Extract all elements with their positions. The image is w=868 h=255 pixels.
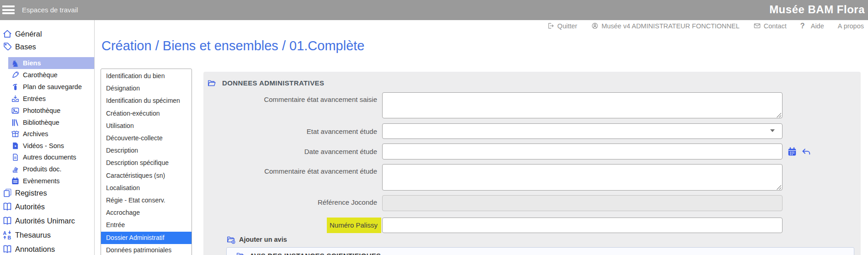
utility-link-a-propos[interactable]: A propos bbox=[838, 22, 864, 30]
sidebar-item-registres[interactable]: Registres bbox=[0, 187, 94, 199]
group-header-donnees-administratives[interactable]: DONNEES ADMINISTRATIVES bbox=[207, 79, 324, 87]
section-item-utilisation[interactable]: Utilisation bbox=[101, 120, 192, 132]
sidebar-item-plan-de-sauvegarde[interactable]: Plan de sauvegarde bbox=[0, 81, 94, 93]
commentaire-etat-avancement-saisie-textarea[interactable] bbox=[382, 92, 783, 118]
sidebar-item-entrees[interactable]: Entrées bbox=[0, 93, 94, 105]
person-icon bbox=[591, 22, 599, 30]
field-label: Référence Joconde bbox=[203, 198, 377, 206]
section-item-regie-etat-conserv[interactable]: Régie - Etat conserv. bbox=[101, 194, 192, 207]
sidebar-item-autres-documents[interactable]: Autres documents bbox=[0, 151, 94, 163]
field-label: Commentaire état avancement saisie bbox=[203, 96, 377, 103]
exit-icon bbox=[547, 22, 554, 30]
top-bar: Espaces de travail Musée BAM Flora bbox=[0, 0, 868, 20]
sidebar-item-annotations[interactable]: Annotations bbox=[0, 243, 94, 255]
calendar-picker-icon[interactable] bbox=[787, 147, 797, 157]
section-item-creation-execution[interactable]: Création-exécution bbox=[101, 107, 192, 120]
photo-icon bbox=[11, 106, 20, 115]
utility-link-aide[interactable]: ? Aide bbox=[800, 22, 824, 30]
group-title: DONNEES ADMINISTRATIVES bbox=[222, 79, 324, 87]
sidebar-item-phototheque[interactable]: Photothèque bbox=[0, 105, 94, 117]
section-item-decouverte-collecte[interactable]: Découverte-collecte bbox=[101, 132, 192, 144]
utility-link-contact[interactable]: Contact bbox=[753, 22, 787, 30]
avis-subpanel: AVIS DES INSTANCES SCIENTIFIQUES bbox=[226, 247, 854, 255]
folder-icon bbox=[207, 79, 216, 87]
core-sample-icon bbox=[11, 71, 20, 80]
folder-plus-icon bbox=[226, 235, 235, 244]
chevron-down-icon[interactable] bbox=[770, 129, 775, 132]
app-brand-title: Musée BAM Flora bbox=[769, 3, 865, 16]
field-label: Commentaire état avancement étude bbox=[203, 167, 377, 175]
reference-joconde-input bbox=[382, 195, 783, 211]
sidebar-item-produits-doc[interactable]: Produits doc. bbox=[0, 163, 94, 175]
section-item-caracteristiques-sn[interactable]: Caractéristiques (sn) bbox=[101, 170, 192, 182]
sort-ab-icon: AB bbox=[2, 230, 12, 240]
section-item-identification-du-bien[interactable]: Identification du bien bbox=[101, 70, 192, 82]
subgroup-title: AVIS DES INSTANCES SCIENTIFIQUES bbox=[250, 252, 381, 255]
sidebar-item-videos-sons[interactable]: Vidéos - Sons bbox=[0, 140, 94, 152]
add-avis-button[interactable]: Ajouter un avis bbox=[226, 235, 287, 244]
numero-palissy-highlighted-label: Numéro Palissy bbox=[327, 218, 381, 233]
commentaire-etat-avancement-etude-textarea[interactable] bbox=[382, 164, 783, 191]
section-item-description-specifique[interactable]: Description spécifique bbox=[101, 157, 192, 169]
open-book-icon bbox=[2, 202, 12, 212]
extinguisher-icon bbox=[11, 83, 20, 91]
date-avancement-etude-input[interactable] bbox=[382, 143, 783, 159]
home-icon bbox=[2, 29, 12, 39]
sidebar-item-evenements[interactable]: Evènements bbox=[0, 175, 94, 187]
section-item-identification-du-specimen[interactable]: Identification du spécimen bbox=[101, 95, 192, 107]
sidebar-item-bases[interactable]: Bases bbox=[0, 41, 94, 53]
application-window: Espaces de travail Musée BAM Flora Génér… bbox=[0, 0, 868, 255]
page-title: Création / Biens et ensembles / 01.Compl… bbox=[101, 38, 364, 53]
utility-link-musee-v4-administrateur-fonctionnel[interactable]: Musée v4 ADMINISTRATEUR FONCTIONNEL bbox=[591, 22, 740, 30]
sidebar-item-carotheque[interactable]: Carothèque bbox=[0, 69, 94, 81]
section-item-accrochage[interactable]: Accrochage bbox=[101, 207, 192, 219]
sidebar-item-bibliotheque[interactable]: Bibliothèque bbox=[0, 117, 94, 128]
paper-stack-icon bbox=[11, 165, 20, 174]
section-item-designation[interactable]: Désignation bbox=[101, 82, 192, 95]
inbox-icon bbox=[11, 95, 20, 103]
open-book-icon bbox=[2, 244, 12, 254]
section-item-localisation[interactable]: Localisation bbox=[101, 182, 192, 194]
svg-text:B: B bbox=[7, 235, 11, 240]
sidebar-item-biens[interactable]: ♞ Biens bbox=[8, 57, 94, 69]
registers-icon bbox=[2, 188, 12, 198]
subgroup-header-avis[interactable]: AVIS DES INSTANCES SCIENTIFIQUES bbox=[236, 251, 381, 255]
add-avis-label: Ajouter un avis bbox=[239, 236, 287, 243]
sidebar-item-archives[interactable]: Archives bbox=[0, 128, 94, 140]
mail-icon bbox=[753, 22, 761, 30]
tag-icon bbox=[2, 42, 12, 52]
section-item-entree[interactable]: Entrée bbox=[101, 219, 192, 231]
hamburger-menu-icon[interactable] bbox=[2, 5, 15, 15]
section-item-description[interactable]: Description bbox=[101, 144, 192, 157]
field-label: Date avancement étude bbox=[203, 148, 377, 155]
main-sidebar: Général Bases ♞ Biens Carothèque Plan de… bbox=[0, 20, 95, 255]
sidebar-item-thesaurus[interactable]: AB Thesaurus bbox=[0, 229, 94, 241]
workspace-label[interactable]: Espaces de travail bbox=[22, 6, 78, 14]
utility-link-quitter[interactable]: Quitter bbox=[547, 22, 577, 30]
numero-palissy-input[interactable] bbox=[382, 218, 783, 233]
question-icon: ? bbox=[800, 22, 808, 30]
etat-avancement-etude-select[interactable] bbox=[382, 123, 783, 139]
folder-icon bbox=[236, 251, 244, 255]
media-file-icon bbox=[11, 142, 20, 150]
sidebar-item-general[interactable]: Général bbox=[0, 28, 94, 40]
utility-links: Quitter Musée v4 ADMINISTRATEUR FONCTION… bbox=[547, 22, 864, 30]
sidebar-item-autorites-unimarc[interactable]: Autorités Unimarc bbox=[0, 215, 94, 227]
sidebar-item-autorites[interactable]: Autorités bbox=[0, 201, 94, 212]
svg-text:A: A bbox=[3, 230, 6, 236]
books-icon bbox=[11, 118, 20, 127]
open-book-icon bbox=[2, 216, 12, 226]
undo-icon[interactable] bbox=[801, 147, 811, 157]
form-section-list: Identification du bienDésignationIdentif… bbox=[101, 69, 192, 255]
calendar-icon bbox=[11, 177, 20, 186]
archive-box-icon bbox=[11, 130, 20, 138]
document-icon bbox=[11, 153, 20, 162]
section-item-donnees-patrimoniales[interactable]: Données patrimoniales bbox=[101, 244, 192, 255]
field-label: Etat avancement étude bbox=[203, 128, 377, 135]
artwork-icon: ♞ bbox=[11, 59, 20, 68]
form-panel: DONNEES ADMINISTRATIVES Commentaire état… bbox=[203, 72, 861, 255]
section-item-dossier-administratif[interactable]: Dossier Administratif bbox=[101, 232, 192, 244]
